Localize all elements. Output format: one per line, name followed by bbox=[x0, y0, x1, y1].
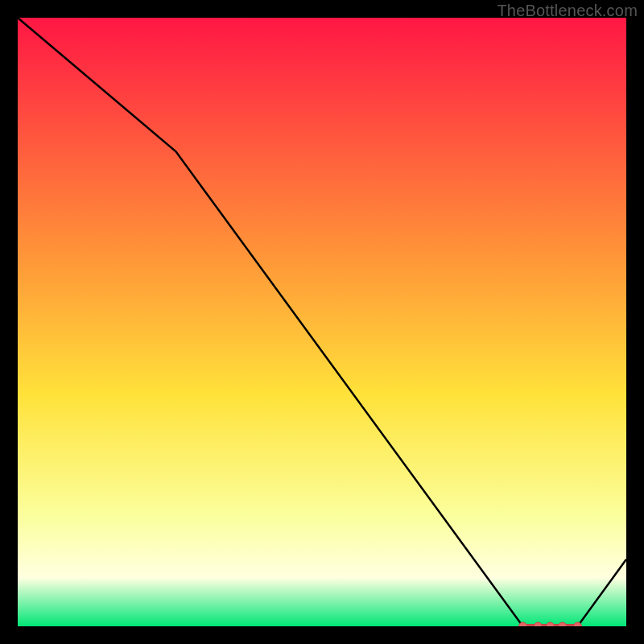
plot-area bbox=[18, 18, 626, 626]
chart-svg bbox=[18, 18, 626, 626]
gradient-background bbox=[18, 18, 626, 626]
chart-frame: TheBottleneck.com bbox=[0, 0, 644, 644]
